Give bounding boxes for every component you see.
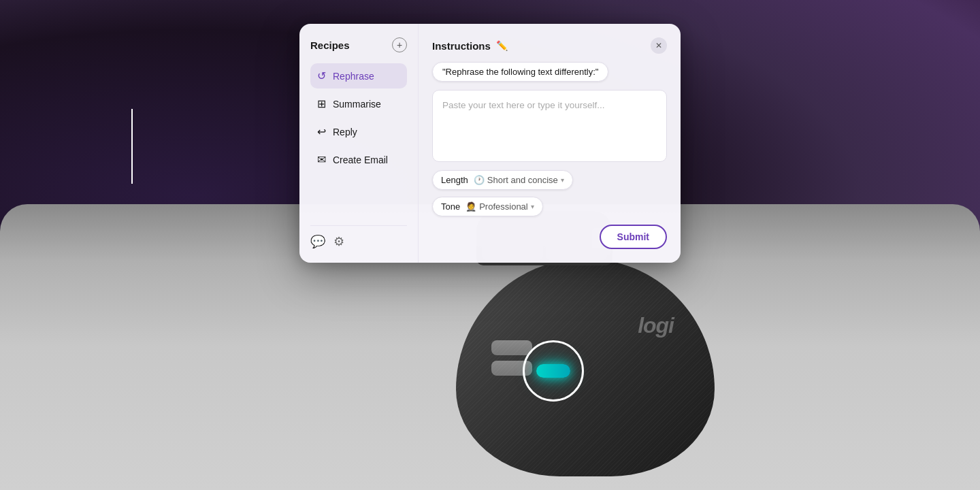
text-area[interactable]: Paste your text here or type it yourself… xyxy=(442,99,657,153)
submit-button[interactable]: Submit xyxy=(600,225,667,249)
length-option[interactable]: Length 🕐 Short and concise ▾ xyxy=(432,170,573,190)
recipes-title: Recipes xyxy=(310,39,350,51)
create-email-label: Create Email xyxy=(333,154,388,165)
recipe-item-summarise[interactable]: ⊞ Summarise xyxy=(310,91,407,116)
clock-icon: 🕐 xyxy=(474,175,485,185)
tone-value-text: Professional xyxy=(479,201,528,212)
email-icon: ✉ xyxy=(317,153,326,166)
length-value-text: Short and concise xyxy=(487,175,558,185)
text-area-wrapper[interactable]: Paste your text here or type it yourself… xyxy=(432,90,667,162)
recipes-header: Recipes + xyxy=(310,37,407,52)
rephrase-label: Rephrase xyxy=(333,71,374,82)
settings-icon[interactable]: ⚙ xyxy=(333,234,344,249)
length-value-group: 🕐 Short and concise ▾ xyxy=(474,175,564,185)
instructions-header: Instructions ✏️ ✕ xyxy=(432,37,667,54)
submit-row: Submit xyxy=(432,225,667,249)
recipes-footer: 💬 ⚙ xyxy=(310,225,407,249)
textarea-placeholder: Paste your text here or type it yourself… xyxy=(442,99,657,112)
floating-panel: Recipes + ↺ Rephrase ⊞ Summarise ↩ Reply… xyxy=(299,24,681,263)
recipe-list: ↺ Rephrase ⊞ Summarise ↩ Reply ✉ Create … xyxy=(310,63,407,220)
add-recipe-button[interactable]: + xyxy=(392,37,407,52)
tone-chevron-icon: ▾ xyxy=(531,203,534,210)
tone-value-group: 🤵 Professional ▾ xyxy=(466,201,534,212)
instructions-panel: Instructions ✏️ ✕ "Rephrase the followin… xyxy=(419,24,681,263)
edit-icon[interactable]: ✏️ xyxy=(496,40,508,51)
connector-line xyxy=(131,109,133,184)
recipe-item-create-email[interactable]: ✉ Create Email xyxy=(310,147,407,172)
smart-button-highlight xyxy=(523,340,584,402)
tone-option[interactable]: Tone 🤵 Professional ▾ xyxy=(432,197,543,216)
summarise-label: Summarise xyxy=(333,99,381,110)
tone-label: Tone xyxy=(441,201,460,212)
reply-label: Reply xyxy=(333,127,357,137)
recipe-item-rephrase[interactable]: ↺ Rephrase xyxy=(310,63,407,88)
side-button-1 xyxy=(491,340,532,355)
close-button[interactable]: ✕ xyxy=(651,37,667,54)
reply-icon: ↩ xyxy=(317,125,326,138)
recipe-item-reply[interactable]: ↩ Reply xyxy=(310,119,407,144)
logi-logo: logi xyxy=(638,313,674,338)
recipes-panel: Recipes + ↺ Rephrase ⊞ Summarise ↩ Reply… xyxy=(299,24,419,263)
length-label: Length xyxy=(441,175,468,185)
rephrase-icon: ↺ xyxy=(317,69,326,82)
options-row: Length 🕐 Short and concise ▾ Tone 🤵 Prof… xyxy=(432,170,667,216)
instructions-title-text: Instructions xyxy=(432,40,491,52)
mouse-body: logi xyxy=(456,259,715,476)
instruction-badge: "Rephrase the following text differently… xyxy=(432,62,608,82)
chat-icon[interactable]: 💬 xyxy=(310,234,325,249)
panel-container: Recipes + ↺ Rephrase ⊞ Summarise ↩ Reply… xyxy=(299,24,681,263)
instructions-title-group: Instructions ✏️ xyxy=(432,40,508,52)
length-chevron-icon: ▾ xyxy=(561,176,564,184)
summarise-icon: ⊞ xyxy=(317,97,326,110)
tone-emoji-icon: 🤵 xyxy=(466,201,476,212)
